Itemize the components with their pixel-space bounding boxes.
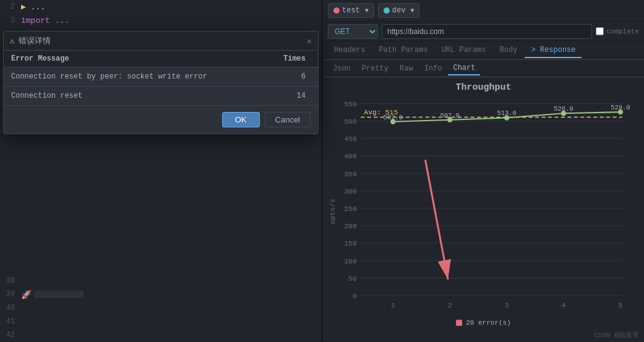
subtab-json[interactable]: Json (328, 62, 356, 75)
dev-dropdown-icon: ▼ (410, 7, 414, 14)
line-number: 2 (2, 2, 21, 11)
tab-headers[interactable]: Headers (328, 43, 371, 58)
complete-label: complete (606, 28, 639, 35)
svg-text:400: 400 (344, 152, 357, 160)
svg-text:250: 250 (344, 205, 357, 213)
error-table: Error Message Times Connection reset by … (4, 51, 318, 106)
method-bar: GET POST PUT DELETE complete (323, 22, 644, 41)
complete-checkbox[interactable] (596, 27, 604, 35)
profile-name: test (342, 6, 360, 15)
subtab-chart[interactable]: Chart (448, 62, 480, 75)
svg-text:4: 4 (562, 301, 566, 309)
svg-text:300: 300 (344, 187, 357, 195)
svg-text:50: 50 (348, 275, 357, 283)
svg-text:507.0: 507.0 (440, 112, 460, 119)
svg-text:2: 2 (448, 301, 452, 309)
chart-container: 0 50 100 150 200 250 300 350 400 450 500… (325, 95, 642, 328)
col-message-header: Error Message (4, 51, 265, 67)
subtab-pretty[interactable]: Pretty (357, 62, 393, 75)
sub-tabs: Json Pretty Raw Info Chart (323, 60, 644, 77)
top-bar: test ▼ dev ▼ (323, 0, 644, 22)
tab-path-params[interactable]: Path Params (372, 43, 434, 58)
chart-area: Throughput 0 50 (323, 77, 644, 342)
svg-text:5: 5 (618, 301, 622, 309)
svg-text:450: 450 (344, 135, 357, 143)
dev-dot-icon (384, 7, 390, 14)
tab-body[interactable]: Body (494, 43, 524, 58)
error-legend-icon (456, 320, 462, 326)
tab-url-params[interactable]: URL Params (436, 43, 492, 58)
col-times-header: Times (265, 51, 318, 67)
svg-text:200: 200 (344, 222, 357, 230)
subtab-raw[interactable]: Raw (395, 62, 418, 75)
dev-name: dev (392, 6, 406, 15)
chart-legend: 20 error(s) (325, 319, 642, 327)
error-times-cell: 14 (265, 87, 318, 106)
dialog-title: ⚠ 错误详情 (10, 35, 51, 46)
method-select[interactable]: GET POST PUT DELETE (328, 24, 378, 39)
svg-text:526.0: 526.0 (554, 105, 573, 113)
svg-text:500: 500 (344, 118, 357, 126)
nav-tabs: Headers Path Params URL Params Body > Re… (323, 41, 644, 60)
editor-line-3: 3 import ... (0, 14, 322, 27)
svg-text:opts/s: opts/s (328, 199, 337, 224)
profile-dropdown-icon: ▼ (365, 7, 369, 14)
table-row: Connection reset by peer: socket write e… (4, 67, 318, 87)
svg-text:350: 350 (344, 170, 357, 178)
svg-text:1: 1 (391, 301, 395, 309)
line-content: ▶ ... (21, 2, 45, 12)
subtab-info[interactable]: Info (419, 62, 447, 75)
table-row: Connection reset 14 (4, 87, 318, 106)
keyword-import: import (21, 16, 50, 25)
watermark: CSDN @始皇哥 (594, 330, 639, 340)
svg-text:502.0: 502.0 (384, 114, 403, 121)
chart-title: Throughput (325, 82, 642, 93)
line-number: 3 (2, 16, 21, 25)
url-input[interactable] (382, 24, 592, 39)
right-panel: test ▼ dev ▼ GET POST PUT DELETE complet… (322, 0, 644, 342)
error-times-cell: 6 (265, 67, 318, 87)
svg-text:0: 0 (353, 292, 357, 300)
dialog-header: ⚠ 错误详情 ✕ (4, 32, 318, 51)
tab-response[interactable]: > Response (525, 43, 582, 58)
svg-text:529.0: 529.0 (611, 104, 630, 111)
error-message-cell: Connection reset by peer: socket write e… (4, 67, 265, 87)
editor-line-2: 2 ▶ ... (0, 0, 322, 14)
svg-text:3: 3 (505, 301, 509, 309)
cancel-button[interactable]: Cancel (265, 112, 311, 127)
dev-badge[interactable]: dev ▼ (378, 3, 420, 18)
dialog-footer: OK Cancel (4, 106, 318, 134)
svg-text:150: 150 (344, 239, 357, 247)
line-content: import ... (21, 16, 69, 25)
throughput-chart: 0 50 100 150 200 250 300 350 400 450 500… (325, 95, 642, 328)
dialog-body: Error Message Times Connection reset by … (4, 51, 318, 106)
error-legend-label: 20 error(s) (466, 319, 511, 327)
error-arrow (426, 160, 449, 279)
profile-badge[interactable]: test ▼ (328, 3, 374, 18)
svg-text:550: 550 (344, 100, 357, 108)
error-message-cell: Connection reset (4, 87, 265, 106)
svg-text:100: 100 (344, 257, 357, 265)
import-dots: ... (55, 16, 69, 25)
profile-dot-icon (333, 7, 340, 14)
error-dialog: ⚠ 错误详情 ✕ Error Message Times Connection … (3, 31, 319, 134)
dialog-title-text: 错误详情 (19, 35, 51, 46)
ok-button[interactable]: OK (222, 112, 260, 127)
svg-text:513.0: 513.0 (497, 109, 516, 117)
close-button[interactable]: ✕ (307, 36, 312, 46)
complete-checkbox-area: complete (596, 27, 639, 35)
warning-icon: ⚠ (10, 36, 15, 46)
